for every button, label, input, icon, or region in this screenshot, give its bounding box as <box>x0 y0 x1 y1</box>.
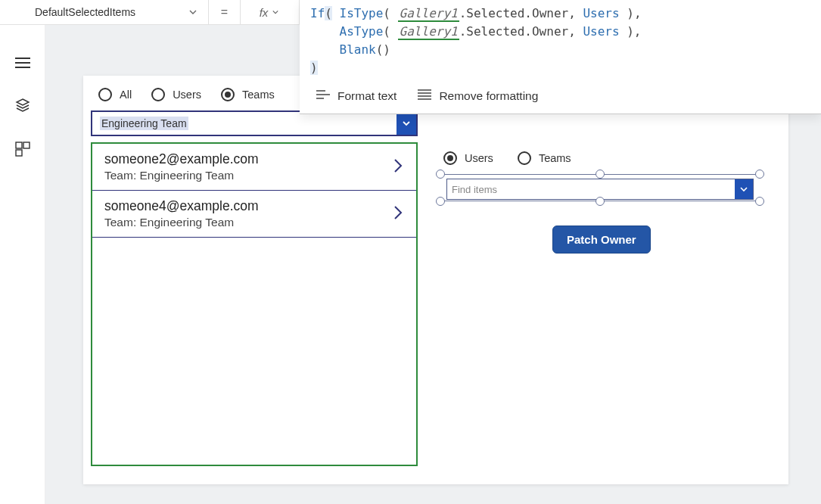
property-label: DefaultSelectedItems <box>35 6 135 18</box>
patch-owner-button[interactable]: Patch Owner <box>552 226 651 254</box>
resize-handle[interactable] <box>596 197 605 206</box>
right-panel: Users Teams Find items <box>439 151 764 203</box>
owner-combobox-selected[interactable]: Find items <box>439 173 761 203</box>
chevron-right-icon <box>392 204 404 224</box>
radio-teams-label: Teams <box>242 89 275 101</box>
property-dropdown[interactable]: DefaultSelectedItems <box>0 0 209 24</box>
gallery[interactable]: someone2@example.com Team: Engineering T… <box>91 142 418 466</box>
left-rail <box>0 25 45 504</box>
app-canvas: All Users Teams Engineering Team someone… <box>83 76 788 484</box>
left-panel: All Users Teams Engineering Team someone… <box>91 85 418 466</box>
resize-handle[interactable] <box>436 170 445 179</box>
team-combobox-value: Engineering Team <box>92 112 397 135</box>
gallery-item-title: someone2@example.com <box>104 151 259 167</box>
remove-formatting-icon <box>418 89 431 103</box>
chevron-down-icon[interactable] <box>397 112 416 135</box>
chevron-down-icon[interactable] <box>735 179 753 199</box>
gallery-item[interactable]: someone4@example.com Team: Engineering T… <box>92 191 416 238</box>
chevron-down-icon <box>272 8 280 16</box>
chevron-down-icon <box>188 8 197 17</box>
gallery-item-title: someone4@example.com <box>104 198 259 214</box>
formula-bar[interactable]: If( IsType( Gallery1.Selected.Owner, Use… <box>300 0 821 114</box>
fx-label: fx <box>260 6 269 19</box>
radio-owner-teams-label: Teams <box>539 152 571 164</box>
chevron-right-icon <box>392 157 404 177</box>
svg-rect-0 <box>16 142 22 148</box>
resize-handle[interactable] <box>755 197 764 206</box>
gallery-item[interactable]: someone2@example.com Team: Engineering T… <box>92 144 416 191</box>
format-text-button[interactable]: Format text <box>316 89 397 103</box>
equals-label: = <box>209 0 241 24</box>
radio-users[interactable] <box>151 88 165 101</box>
resize-handle[interactable] <box>755 170 764 179</box>
radio-users-label: Users <box>173 89 201 101</box>
gallery-item-subtitle: Team: Engineering Team <box>104 216 259 229</box>
insert-icon[interactable] <box>15 142 30 157</box>
remove-formatting-button[interactable]: Remove formatting <box>418 89 538 103</box>
radio-all-label: All <box>120 89 132 101</box>
fx-dropdown[interactable]: fx <box>241 0 300 24</box>
formula-text[interactable]: If( IsType( Gallery1.Selected.Owner, Use… <box>300 0 821 82</box>
radio-owner-teams[interactable] <box>518 151 531 165</box>
format-text-icon <box>316 89 330 103</box>
radio-teams[interactable] <box>221 88 235 101</box>
team-combobox[interactable]: Engineering Team <box>91 110 418 136</box>
hamburger-icon[interactable] <box>15 57 30 69</box>
gallery-item-subtitle: Team: Engineering Team <box>104 169 259 182</box>
formula-toolbar: Format text Remove formatting <box>300 82 821 114</box>
svg-rect-2 <box>16 150 22 156</box>
owner-combobox-placeholder: Find items <box>447 179 735 199</box>
layers-icon[interactable] <box>15 98 30 113</box>
patch-owner-label: Patch Owner <box>567 233 636 246</box>
radio-owner-users[interactable] <box>443 151 457 165</box>
radio-owner-users-label: Users <box>465 152 493 164</box>
format-text-label: Format text <box>337 89 397 103</box>
remove-formatting-label: Remove formatting <box>439 89 538 103</box>
radio-all[interactable] <box>98 88 112 101</box>
resize-handle[interactable] <box>436 197 445 206</box>
svg-rect-1 <box>23 142 30 148</box>
resize-handle[interactable] <box>596 170 605 179</box>
